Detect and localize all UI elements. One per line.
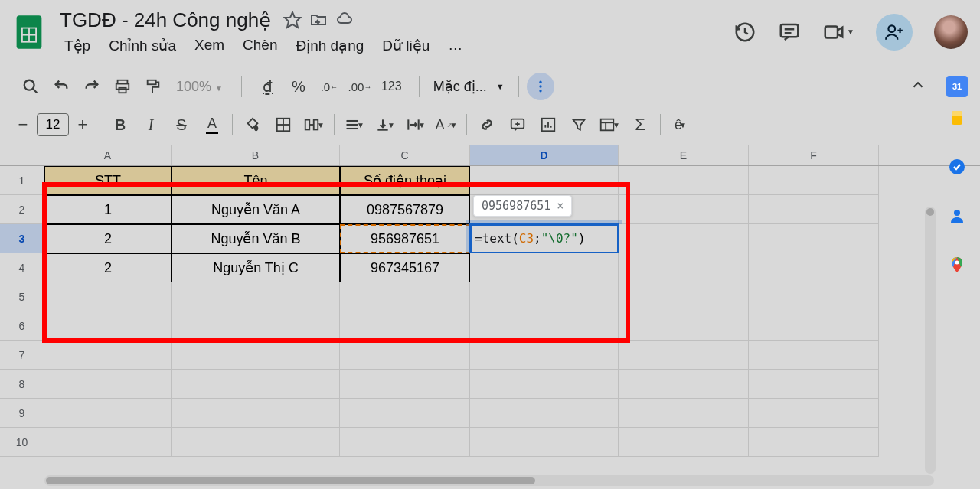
tasks-sidepanel-icon[interactable] <box>946 156 968 178</box>
percent-icon[interactable]: % <box>286 74 311 99</box>
cell[interactable] <box>749 224 879 253</box>
cell[interactable] <box>44 311 172 341</box>
text-wrap-icon[interactable]: ▼ <box>402 111 430 139</box>
horizontal-align-icon[interactable]: ▼ <box>341 111 368 139</box>
menu-view[interactable]: Xem <box>187 34 232 57</box>
meet-icon[interactable]: ▼ <box>822 21 854 44</box>
decrease-decimal-icon[interactable]: .0← <box>317 74 341 99</box>
cloud-status-icon[interactable] <box>335 11 355 29</box>
cell[interactable] <box>340 399 470 428</box>
menu-insert[interactable]: Chèn <box>235 34 285 57</box>
menu-file[interactable]: Tệp <box>57 34 98 57</box>
user-avatar[interactable] <box>934 15 968 49</box>
cell[interactable]: Nguyễn Văn B <box>172 224 340 253</box>
history-icon[interactable] <box>733 21 756 44</box>
text-rotation-icon[interactable]: A→▼ <box>433 111 460 139</box>
cell[interactable] <box>172 341 340 370</box>
currency-icon[interactable]: ₫ <box>256 74 280 99</box>
select-all-corner[interactable] <box>0 145 44 166</box>
font-size-input[interactable] <box>37 113 69 136</box>
bold-icon[interactable]: B <box>106 111 134 139</box>
share-button[interactable] <box>876 14 913 51</box>
row-header[interactable]: 8 <box>0 370 44 399</box>
cell[interactable] <box>44 282 172 311</box>
column-header[interactable]: E <box>619 145 749 165</box>
doc-title[interactable]: TGDĐ - 24h Công nghệ <box>55 7 276 34</box>
cell[interactable] <box>340 370 470 399</box>
cell[interactable]: Nguyễn Thị C <box>172 253 340 282</box>
maps-sidepanel-icon[interactable] <box>946 254 968 275</box>
cell[interactable]: 2 <box>44 224 172 253</box>
cell[interactable] <box>470 311 619 341</box>
vertical-scroll-thumb[interactable] <box>926 208 934 216</box>
cell[interactable] <box>172 399 340 428</box>
row-header[interactable]: 4 <box>0 253 44 282</box>
cell[interactable] <box>172 282 340 311</box>
column-header[interactable]: A <box>44 145 172 165</box>
redo-icon[interactable] <box>80 74 104 99</box>
undo-icon[interactable] <box>49 74 74 99</box>
cell[interactable]: 2 <box>44 253 172 282</box>
cell[interactable] <box>44 370 172 399</box>
cell[interactable] <box>340 282 470 311</box>
insert-chart-icon[interactable] <box>534 111 562 139</box>
insert-link-icon[interactable] <box>473 111 501 139</box>
cell[interactable] <box>470 428 619 457</box>
row-header[interactable]: 6 <box>0 311 44 341</box>
cell[interactable] <box>749 166 879 195</box>
star-icon[interactable] <box>283 11 302 29</box>
column-header[interactable]: F <box>749 145 879 165</box>
cell[interactable] <box>619 370 749 399</box>
number-format-icon[interactable]: 123 <box>378 74 405 99</box>
italic-icon[interactable]: I <box>137 111 165 139</box>
cell[interactable] <box>44 399 172 428</box>
cell[interactable] <box>44 341 172 370</box>
cell[interactable] <box>619 166 749 195</box>
strikethrough-icon[interactable]: S <box>168 111 195 139</box>
toolbar-more-icon[interactable] <box>527 73 554 100</box>
table-view-icon[interactable]: ▼ <box>596 111 623 139</box>
cell[interactable] <box>172 370 340 399</box>
column-header[interactable]: D <box>470 145 619 165</box>
menu-edit[interactable]: Chỉnh sửa <box>101 34 184 57</box>
row-header[interactable]: 5 <box>0 282 44 311</box>
vertical-align-icon[interactable]: ▼ <box>371 111 399 139</box>
cell[interactable] <box>749 253 879 282</box>
zoom-level[interactable]: 100% ▼ <box>172 79 227 95</box>
cell[interactable] <box>619 282 749 311</box>
comments-icon[interactable] <box>778 21 801 44</box>
menu-data[interactable]: Dữ liệu <box>374 34 437 57</box>
menu-more[interactable]: … <box>440 34 470 57</box>
cell[interactable]: Số điện thoại <box>340 166 470 195</box>
cell[interactable] <box>749 311 879 341</box>
increase-font-size[interactable]: + <box>72 114 93 135</box>
cell[interactable] <box>749 195 879 224</box>
close-icon[interactable]: × <box>557 199 564 213</box>
cell[interactable] <box>340 311 470 341</box>
sheets-logo[interactable] <box>12 11 46 54</box>
column-header[interactable]: C <box>340 145 470 165</box>
cell[interactable] <box>619 428 749 457</box>
cell[interactable]: Tên <box>172 166 340 195</box>
input-tools-icon[interactable]: ê▼ <box>667 111 694 139</box>
row-header[interactable]: 7 <box>0 341 44 370</box>
cell[interactable] <box>749 399 879 428</box>
cell[interactable] <box>172 311 340 341</box>
cell[interactable]: 1 <box>44 195 172 224</box>
cell[interactable] <box>749 370 879 399</box>
filter-icon[interactable] <box>565 111 593 139</box>
row-header[interactable]: 10 <box>0 428 44 457</box>
cell[interactable] <box>44 428 172 457</box>
cell[interactable] <box>619 253 749 282</box>
cell[interactable] <box>470 341 619 370</box>
cell[interactable] <box>619 224 749 253</box>
collapse-toolbar-icon[interactable] <box>910 77 926 96</box>
cell[interactable]: 956987651 <box>340 224 470 253</box>
row-header[interactable]: 1 <box>0 166 44 195</box>
paint-format-icon[interactable] <box>141 74 165 99</box>
cell[interactable] <box>340 428 470 457</box>
cell[interactable] <box>619 311 749 341</box>
row-header[interactable]: 2 <box>0 195 44 224</box>
cell[interactable] <box>749 428 879 457</box>
borders-icon[interactable] <box>270 111 297 139</box>
